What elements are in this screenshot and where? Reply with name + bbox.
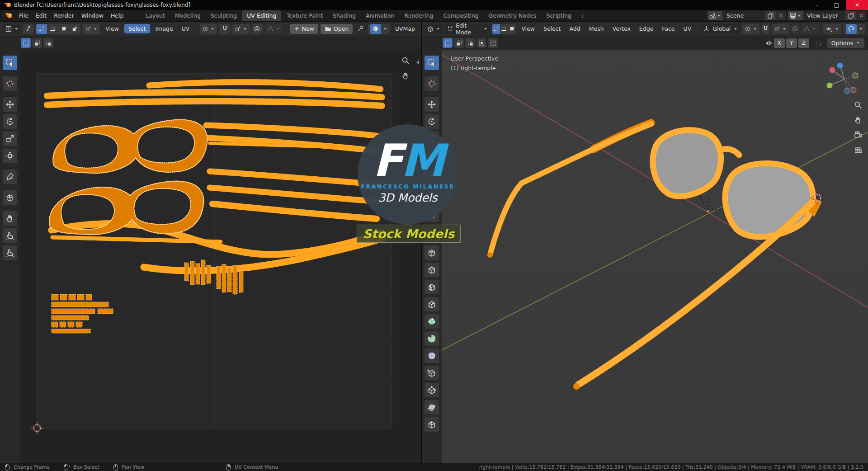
move-tool[interactable] <box>3 97 17 112</box>
uv-island-select-button[interactable] <box>70 24 81 34</box>
transform-tool[interactable] <box>3 149 17 163</box>
shrink-fatten-tool[interactable] <box>425 383 439 397</box>
falloff-dropdown[interactable] <box>801 24 819 34</box>
poly-build-tool[interactable] <box>425 314 439 329</box>
grab-tool[interactable] <box>3 211 17 226</box>
scene-selector[interactable]: Scene <box>708 11 786 20</box>
select-mode-invert-button[interactable] <box>476 38 486 48</box>
uv-select-mode-set-button[interactable] <box>21 38 31 48</box>
annotate-tool[interactable] <box>3 170 17 184</box>
open-image-button[interactable]: Open <box>321 24 353 34</box>
mode-selector-dropdown[interactable]: Edit Mode <box>445 24 490 34</box>
scene-copy-button[interactable] <box>765 11 776 20</box>
cursor-tool[interactable] <box>3 76 17 91</box>
tab-texture-paint[interactable]: Texture Paint <box>281 10 328 21</box>
v3d-menu-face[interactable]: Face <box>659 25 678 32</box>
uv-menu-image[interactable]: Image <box>152 25 176 32</box>
uv-display-dropdown[interactable] <box>368 24 390 34</box>
v3d-menu-uv[interactable]: UV <box>680 25 695 32</box>
shear-tool[interactable] <box>425 400 439 414</box>
tab-modeling[interactable]: Modeling <box>170 10 206 21</box>
relax-tool[interactable] <box>3 228 17 243</box>
add-workspace-button[interactable]: + <box>576 13 589 21</box>
pin-image-button[interactable] <box>355 24 366 34</box>
select-mode-set-button[interactable] <box>443 38 453 48</box>
tab-layout[interactable]: Layout <box>141 10 170 21</box>
tab-compositing[interactable]: Compositing <box>438 10 483 21</box>
rotate-tool[interactable] <box>3 114 17 129</box>
transform-orientation-dropdown[interactable]: Global <box>701 24 740 34</box>
window-maximize-button[interactable]: □ <box>827 0 846 10</box>
rip-region-tool[interactable] <box>425 417 439 432</box>
uv-vertex-select-button[interactable] <box>36 24 47 34</box>
zoom-icon[interactable] <box>401 57 410 65</box>
tab-uv-editing[interactable]: UV Editing <box>242 10 281 21</box>
view-layer-remove-button[interactable] <box>856 11 866 20</box>
uv-menu-view[interactable]: View <box>102 25 122 32</box>
region-collapse-icon[interactable] <box>416 60 419 65</box>
menu-file[interactable]: File <box>15 10 32 21</box>
show-overlays-dropdown[interactable] <box>844 24 865 34</box>
loop-cut-tool[interactable] <box>425 280 439 294</box>
edge-slide-tool[interactable] <box>425 366 439 380</box>
mirror-z-toggle[interactable]: Z <box>798 38 809 48</box>
move-tool[interactable] <box>425 97 439 112</box>
rip-region-tool[interactable] <box>3 190 17 205</box>
viewport-editor-type-dropdown[interactable] <box>425 24 443 34</box>
pinch-tool[interactable] <box>3 245 17 260</box>
menu-edit[interactable]: Edit <box>32 10 50 21</box>
face-mode-button[interactable] <box>508 24 516 34</box>
mirror-icon[interactable] <box>765 39 773 47</box>
tab-animation[interactable]: Animation <box>361 10 400 21</box>
select-mode-extend-button[interactable] <box>454 38 464 48</box>
uv-menu-uv[interactable]: UV <box>179 25 193 32</box>
viewport-canvas[interactable]: User Perspective (1) right-temple <box>422 50 868 463</box>
inset-faces-tool[interactable] <box>425 245 439 260</box>
tab-sculpting[interactable]: Sculpting <box>206 10 242 21</box>
v3d-menu-view[interactable]: View <box>518 25 538 32</box>
knife-tool[interactable] <box>425 297 439 311</box>
scale-tool[interactable] <box>3 132 17 146</box>
show-gizmos-dropdown[interactable] <box>823 24 841 34</box>
snap-toggle[interactable] <box>762 24 769 34</box>
gizmo-z-axis[interactable] <box>837 63 843 69</box>
tweak-tool[interactable] <box>3 56 17 70</box>
tool-options-dropdown[interactable]: Options <box>827 38 864 48</box>
uv-edge-select-button[interactable] <box>47 24 58 34</box>
mirror-y-toggle[interactable]: Y <box>786 38 797 48</box>
v3d-menu-select[interactable]: Select <box>540 25 564 32</box>
v3d-menu-vertex[interactable]: Vertex <box>609 25 634 32</box>
v3d-menu-edge[interactable]: Edge <box>636 25 656 32</box>
select-mode-intersect-button[interactable] <box>488 38 498 48</box>
gizmo-y-negative[interactable] <box>853 73 858 78</box>
tab-shading[interactable]: Shading <box>328 10 361 21</box>
menu-window[interactable]: Window <box>78 10 107 21</box>
overlays-toggle-button[interactable] <box>846 24 857 34</box>
vertex-mode-button[interactable] <box>492 24 500 34</box>
view-layer-copy-button[interactable] <box>845 11 856 20</box>
spin-tool[interactable] <box>425 331 439 346</box>
gizmo-z-negative[interactable] <box>844 88 850 94</box>
uv-editor-type-dropdown[interactable] <box>3 24 21 34</box>
gizmo-x-negative[interactable] <box>851 87 856 93</box>
cursor-tool[interactable] <box>425 76 439 91</box>
display-channel-button[interactable] <box>370 24 381 34</box>
view-layer-selector[interactable]: View Layer <box>788 11 866 20</box>
pan-hand-icon[interactable] <box>854 116 863 124</box>
uv-falloff-dropdown[interactable] <box>265 24 283 34</box>
pan-hand-icon[interactable] <box>401 71 410 80</box>
proportional-edit-toggle[interactable] <box>791 24 799 34</box>
tab-scripting[interactable]: Scripting <box>541 10 576 21</box>
mirror-x-toggle[interactable]: X <box>774 38 785 48</box>
navigation-gizmo[interactable] <box>827 63 859 94</box>
v3d-menu-add[interactable]: Add <box>566 25 584 32</box>
rotate-tool[interactable] <box>425 114 439 129</box>
uv-canvas[interactable] <box>0 50 421 463</box>
uv-snap-toggle[interactable] <box>219 24 230 34</box>
uv-pivot-dropdown[interactable] <box>200 24 217 34</box>
scene-unlink-button[interactable] <box>776 11 786 20</box>
uv-snap-with-dropdown[interactable] <box>232 24 250 34</box>
toggle-perspective-icon[interactable] <box>854 146 863 154</box>
pivot-point-dropdown[interactable] <box>742 24 760 34</box>
tweak-tool[interactable] <box>425 56 439 70</box>
